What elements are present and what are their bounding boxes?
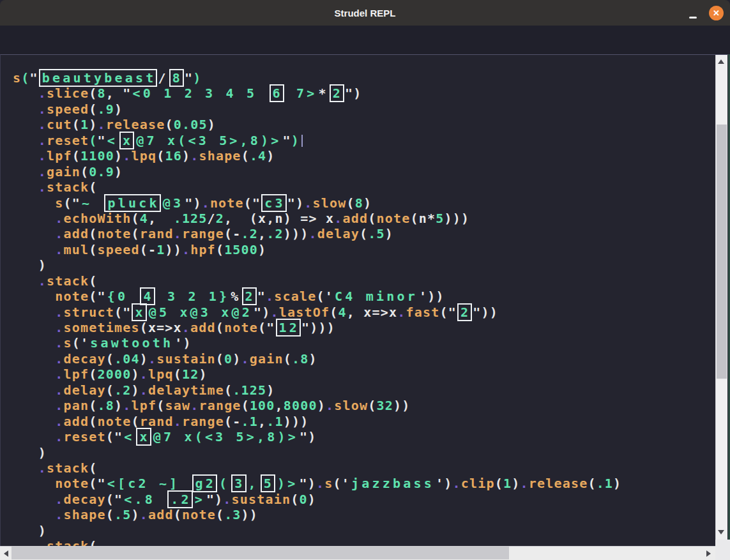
code-token-td: .: [334, 211, 342, 226]
code-area[interactable]: s("beautybeast/8") .slice(8, "<0 1 2 3 4…: [0, 55, 715, 546]
code-line[interactable]: .shape(.5).add(note(.3)): [13, 507, 715, 522]
code-line[interactable]: .pan(.8).lpf(saw.range(100,8000).slow(32…: [13, 398, 715, 413]
code-line[interactable]: .reset("<x@7 x(<3 5>,8)>"): [13, 133, 715, 148]
code-token-td: .: [55, 414, 63, 429]
code-token-tm: add: [343, 211, 369, 226]
code-line[interactable]: .stack(: [13, 179, 715, 195]
minimize-button[interactable]: [685, 6, 699, 20]
code-token-tm: note: [182, 507, 216, 522]
code-token-tp: '): [436, 476, 452, 491]
code-token-tn: .125: [232, 382, 266, 398]
code-line[interactable]: .add(note(rand.range(-.2,.2))).delay(.5): [13, 226, 715, 241]
code-token-td: .: [190, 148, 199, 163]
code-line[interactable]: .decay("<.8 .2>").sustain(0): [13, 492, 715, 507]
code-token-tb: pluck: [104, 194, 160, 212]
code-line[interactable]: .stack(: [13, 460, 715, 476]
code-token-tn: 1: [503, 476, 512, 491]
code-line[interactable]: s("~ pluck@3").note("c3").slow(8): [13, 195, 715, 211]
code-token-td: .: [316, 476, 324, 491]
code-token-tg: ): [291, 133, 300, 148]
code-token-tp: (": [114, 305, 131, 320]
code-token-tp: [13, 476, 55, 491]
code-token-tp: [13, 148, 38, 163]
code-token-tp: (: [89, 102, 97, 117]
code-line[interactable]: note("{0 4 3 2 1}%2".scale('C4 minor')): [13, 289, 715, 304]
code-token-tp: [13, 102, 38, 117]
code-token-tp: (": [89, 289, 105, 304]
code-line[interactable]: s("beautybeast/8"): [13, 70, 715, 86]
code-line[interactable]: .lpf(1100).lpq(16).shape(.4): [13, 148, 715, 163]
code-token-td: .: [55, 335, 63, 351]
code-token-tp: ))): [284, 226, 309, 241]
code-token-tp: (": [106, 492, 123, 507]
code-token-tp: [13, 305, 55, 320]
code-line[interactable]: .cut(1).release(0.05): [13, 117, 715, 132]
code-token-tn: 0.9: [89, 164, 114, 179]
code-token-tb: beautybeast: [39, 69, 158, 87]
code-token-tn: .04: [114, 351, 140, 367]
code-token-tp: (: [106, 507, 114, 522]
code-line[interactable]: .struct("x@5 x@3 x@2").lastOf(4, x=>x.fa…: [13, 305, 715, 320]
code-token-tp: , (x,n) => x: [224, 211, 334, 226]
code-token-tp: "): [254, 305, 270, 320]
scroll-left-arrow-icon[interactable]: [4, 550, 8, 557]
code-token-tb: 5: [261, 474, 275, 492]
code-line[interactable]: .mul(speed(-1)).hpf(1500): [13, 242, 715, 257]
code-line[interactable]: note("<[c2 ~] g2(3,5)>").s('jazzbass').c…: [13, 476, 715, 491]
code-line[interactable]: .speed(.9): [13, 102, 715, 117]
code-token-tn: 4: [338, 305, 347, 320]
code-line[interactable]: .lpf(2000).lpq(12): [13, 367, 715, 382]
code-token-tm: hpf: [190, 242, 216, 257]
code-line[interactable]: .add(note(rand.range(-.1,.1))): [13, 414, 715, 429]
code-line[interactable]: ): [13, 523, 715, 538]
code-token-tp: (: [216, 242, 224, 257]
code-token-tp: ): [182, 148, 190, 163]
code-token-tm: stack: [47, 273, 89, 289]
code-token-tp: (: [89, 460, 97, 476]
scroll-down-arrow-icon[interactable]: [718, 530, 724, 534]
scroll-up-arrow-icon[interactable]: [718, 59, 724, 64]
code-token-tp: [13, 179, 38, 195]
code-line[interactable]: .delay(.2).delaytime(.125): [13, 382, 715, 398]
code-line[interactable]: .slice(8, "<0 1 2 3 4 5 6 7>*2"): [13, 86, 715, 101]
code-token-td: .: [38, 102, 47, 117]
code-token-tp: (": [258, 320, 275, 335]
code-line[interactable]: .gain(0.9): [13, 164, 715, 179]
code-token-tb: 6: [270, 84, 284, 102]
code-line[interactable]: .reset("<x@7 x(<3 5>,8)>"): [13, 429, 715, 444]
code-line[interactable]: ): [13, 257, 715, 273]
code-token-tm: reset: [47, 133, 89, 148]
close-button[interactable]: ✕: [709, 6, 724, 20]
horizontal-scrollbar-thumb[interactable]: [11, 547, 509, 559]
title-bar[interactable]: Strudel REPL ✕: [0, 0, 730, 26]
code-token-tm: range: [182, 414, 224, 429]
code-token-td: .: [38, 117, 47, 132]
code-line[interactable]: .stack(: [13, 273, 715, 289]
code-token-tn: 12: [182, 367, 199, 382]
code-token-tm: gain: [250, 351, 284, 367]
code-token-td: .: [266, 289, 274, 304]
code-line[interactable]: .sometimes(x=>x.add(note("12"))): [13, 320, 715, 335]
code-token-tp: (": [89, 476, 105, 491]
code-token-tn: .125: [174, 211, 208, 226]
code-token-ts: C4 minor: [333, 289, 419, 304]
code-token-td: .: [55, 211, 63, 226]
code-token-tp: [13, 335, 55, 351]
vertical-scrollbar-thumb[interactable]: [717, 125, 727, 379]
code-line[interactable]: .decay(.04).sustain(0).gain(.8): [13, 351, 715, 367]
code-token-ts: 3 2 1}: [156, 289, 231, 304]
code-token-ts: <: [106, 133, 119, 148]
code-token-td: .: [397, 305, 406, 320]
code-line[interactable]: .stack(: [13, 538, 715, 546]
code-token-tp: ,: [148, 211, 174, 226]
code-token-td: .: [174, 226, 182, 241]
scroll-right-arrow-icon[interactable]: [706, 550, 711, 557]
code-line[interactable]: .s('sawtooth'): [13, 335, 715, 351]
code-token-tn: 100: [250, 398, 275, 413]
code-token-tp: ,: [275, 398, 284, 413]
code-token-tn: 8000: [284, 398, 317, 413]
code-token-td: .: [55, 351, 63, 367]
code-line[interactable]: ): [13, 445, 715, 460]
code-token-tm: pan: [63, 398, 89, 413]
code-line[interactable]: .echoWith(4, .125/2, (x,n) => x.add(note…: [13, 211, 715, 226]
